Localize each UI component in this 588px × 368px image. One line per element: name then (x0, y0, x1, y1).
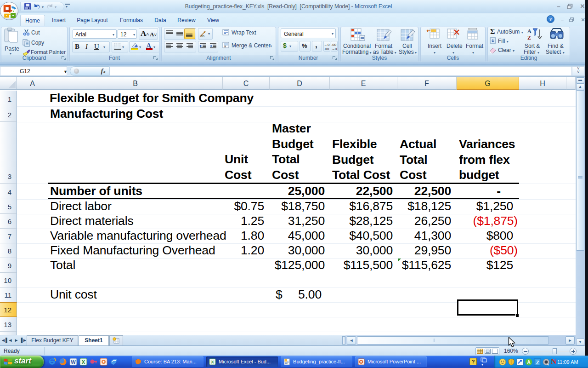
svg-text:Z: Z (527, 34, 531, 41)
svg-text:A: A (527, 28, 531, 34)
svg-text:X: X (211, 359, 214, 364)
svg-text:ab: ab (200, 34, 204, 38)
svg-text:?: ? (549, 17, 552, 22)
svg-text:W: W (71, 359, 76, 365)
svg-text:Z: Z (536, 360, 539, 365)
svg-text:A: A (527, 360, 530, 365)
svg-text:X: X (82, 359, 85, 365)
svg-text:a: a (224, 45, 226, 48)
